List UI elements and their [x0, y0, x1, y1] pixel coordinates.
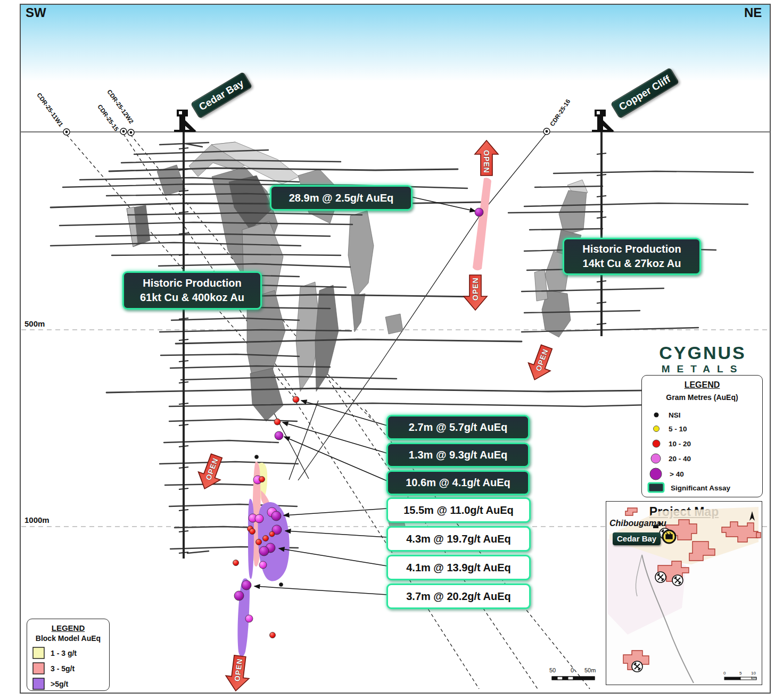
- callout-assay-3: 10.6m @ 4.1g/t AuEq: [386, 470, 530, 495]
- callout-historic-cedar: Historic Production 61kt Cu & 400koz Au: [122, 271, 262, 310]
- legend-item-20-40: 20 - 40: [648, 451, 691, 466]
- cygnus-metals-logo: CYGNUS METALS: [644, 343, 761, 375]
- grade-20-40-dot-icon: [648, 451, 663, 466]
- legend-item-gt40: > 40: [647, 466, 684, 482]
- open-label: OPEN: [482, 150, 491, 173]
- collar-cdr-25-11w1: [63, 129, 70, 135]
- legend-gm-title: LEGEND: [642, 380, 762, 390]
- nsi-dot-icon: [649, 409, 663, 421]
- map-cedar-bay-sign: Cedar Bay: [613, 532, 661, 545]
- scale-bar: [552, 677, 595, 680]
- legend-item-10-20: 10 - 20: [649, 437, 691, 451]
- collar-cdr-25-12w2: [120, 128, 127, 135]
- legend-block-model: LEGEND Block Model AuEq 1 - 3 g/t 3 - 5g…: [27, 619, 110, 691]
- corner-label-ne: NE: [744, 5, 762, 20]
- block-3-5-swatch-icon: [32, 662, 45, 675]
- legend-item-gt5: >5g/t: [32, 678, 68, 690]
- legend-item-nsi: NSI: [649, 409, 681, 421]
- depth-label-1000m: 1000m: [24, 515, 50, 524]
- collar-cdr-25-16: [543, 128, 550, 135]
- legend-item-3-5: 3 - 5g/t: [32, 662, 75, 675]
- corner-label-sw: SW: [26, 5, 46, 20]
- legend-item-significant-assay: Significant Assay: [647, 482, 730, 494]
- legend-gm-subtitle: Gram Metres (AuEq): [642, 393, 762, 402]
- map-scale-right: 10 km: [751, 671, 762, 680]
- project-map-inset: Project Map Chibougamau Cedar Bay 0 5 10…: [606, 501, 762, 685]
- block-1-3-swatch-icon: [32, 647, 45, 660]
- legend-bm-title: LEGEND: [27, 623, 109, 632]
- map-scale-left: 0: [723, 671, 726, 676]
- project-map-art: [606, 502, 762, 685]
- grade-gt40-dot-icon: [647, 466, 664, 482]
- callout-assay-4: 15.5m @ 11.0g/t AuEq: [386, 497, 531, 523]
- significant-assay-swatch-icon: [647, 482, 665, 494]
- map-scale-mid: 5: [739, 671, 741, 676]
- scale-right-label: 50m: [584, 667, 596, 673]
- historic-copper-line2: 14kt Cu & 27koz Au: [583, 256, 681, 271]
- depth-label-500m: 500m: [24, 319, 45, 328]
- grade-5-10-dot-icon: [649, 422, 663, 435]
- callout-historic-copper: Historic Production 14kt Cu & 27koz Au: [563, 238, 701, 275]
- callout-assay-6: 4.1m @ 13.9g/t AuEq: [386, 555, 531, 580]
- logo-word-cygnus: CYGNUS: [644, 343, 761, 363]
- scale-left-label: 50: [549, 667, 556, 673]
- cross-section-figure: OPEN OPEN OPEN OPEN OPEN SW NE 500m 1000…: [0, 0, 783, 700]
- callout-assay-2: 1.3m @ 9.3g/t AuEq: [386, 443, 530, 468]
- callout-intercept-top: 28.9m @ 2.5g/t AuEq: [270, 185, 413, 211]
- callout-assay-5: 4.3m @ 19.7g/t AuEq: [386, 526, 531, 552]
- legend-gram-metres: LEGEND Gram Metres (AuEq) NSI 5 - 10 10 …: [641, 375, 763, 497]
- legend-item-1-3: 1 - 3 g/t: [32, 647, 77, 660]
- callout-assay-1: 2.7m @ 5.7g/t AuEq: [386, 415, 530, 440]
- grade-10-20-dot-icon: [649, 437, 663, 451]
- collar-cdr-25-15: [128, 129, 134, 136]
- logo-word-metals: METALS: [644, 363, 761, 375]
- block-gt5-swatch-icon: [32, 678, 45, 690]
- scale-mid-label: 0: [571, 667, 574, 673]
- callout-assay-7: 3.7m @ 20.2g/t AuEq: [386, 584, 531, 609]
- open-label: OPEN: [471, 277, 480, 301]
- historic-copper-line1: Historic Production: [582, 242, 681, 256]
- historic-cedar-line1: Historic Production: [143, 276, 242, 290]
- legend-bm-subtitle: Block Model AuEq: [27, 634, 109, 643]
- historic-cedar-line2: 61kt Cu & 400koz Au: [140, 290, 244, 305]
- legend-item-5-10: 5 - 10: [649, 422, 687, 435]
- map-town-label: Chibougamau: [609, 519, 666, 528]
